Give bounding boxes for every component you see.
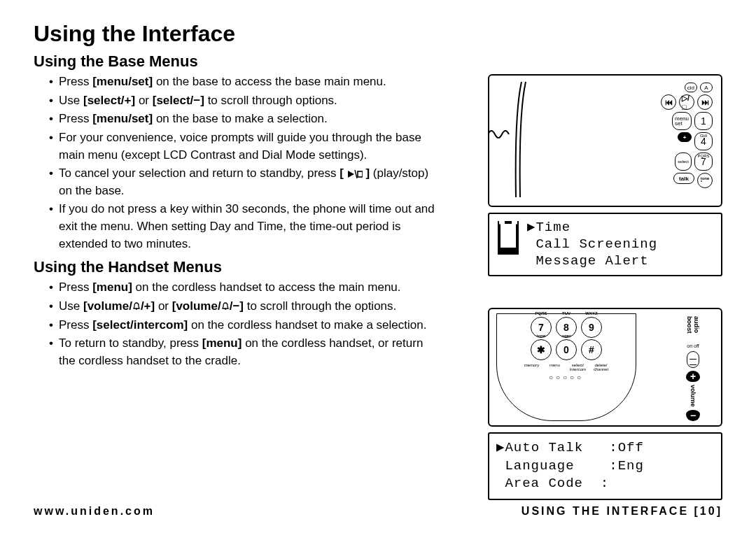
hash-key: # xyxy=(581,339,602,360)
cid-key: cid xyxy=(685,83,697,92)
list-item: To return to standby, press [menu] on th… xyxy=(49,335,436,369)
bell-icon xyxy=(132,299,141,313)
list-item: Press [menu/set] on the base to access t… xyxy=(49,73,436,91)
audio-boost-label: audio boost xyxy=(686,316,700,341)
volume-label: volume xyxy=(690,385,696,407)
list-item: If you do not press a key within 30 seco… xyxy=(49,201,436,253)
handset-lcd: ▶Auto Talk :Off Language :Eng Area Code … xyxy=(488,432,722,500)
four-key: GHI4 xyxy=(694,132,713,150)
footer-section: USING THE INTERFACE [10] xyxy=(522,505,722,518)
list-item: For your convenience, voice prompts will… xyxy=(49,129,436,164)
svg-line-1 xyxy=(355,170,357,178)
list-item: Press [menu] on the cordless handset to … xyxy=(49,279,436,297)
list-item: To cancel your selection and return to s… xyxy=(49,165,436,199)
play-stop-icon xyxy=(347,166,363,180)
tone-key: tone * xyxy=(697,173,713,188)
svg-marker-0 xyxy=(348,171,354,178)
label-memory: memory xyxy=(522,363,542,371)
handset-menu-list: Press [menu] on the cordless handset to … xyxy=(34,279,436,369)
base-lcd: ▶Time Call Screening Message Alert xyxy=(488,213,722,276)
zero-key: oper0 xyxy=(556,339,577,360)
label-menu: menu xyxy=(545,363,566,371)
svg-point-4 xyxy=(225,308,226,310)
base-illustration: cidA ⏮▷/□⏭ menu set1 +GHI4 selectPQRS7 t… xyxy=(488,74,722,276)
talk-key: talk xyxy=(673,173,694,184)
list-item: Use [volume//+] or [volume//−] to scroll… xyxy=(49,298,436,315)
star-key: tone✱ xyxy=(531,339,552,360)
page-title: Using the Interface xyxy=(34,21,436,47)
list-item: Press [menu/set] on the base to make a s… xyxy=(49,111,436,128)
section-handset-heading: Using the Handset Menus xyxy=(34,258,436,276)
nine-key: WXYZ9 xyxy=(581,317,602,338)
label-select-intercom: select/ intercom xyxy=(568,363,589,371)
svg-rect-2 xyxy=(358,171,363,177)
section-base-heading: Using the Base Menus xyxy=(34,52,436,71)
footer-url: www.uniden.com xyxy=(34,505,155,518)
soft-key-dots: ○○○○○ xyxy=(549,374,584,381)
list-item: Use [select/+] or [select/−] to scroll t… xyxy=(49,92,436,110)
svg-point-3 xyxy=(136,308,137,310)
forward-key: ⏭ xyxy=(697,94,713,110)
volume-down-icon: − xyxy=(686,410,700,421)
lcd-digit xyxy=(496,220,520,269)
handset-keypad: PQRS7 TUV8 WXYZ9 tone✱ oper0 # memory me… xyxy=(496,313,636,421)
a-key: A xyxy=(700,83,713,92)
svg-rect-6 xyxy=(499,248,517,253)
select-key: select xyxy=(675,152,692,171)
on-off-label: on off xyxy=(687,343,699,348)
bell-icon xyxy=(221,299,230,313)
label-delete-channel: delete/ channel xyxy=(591,363,612,371)
lcd-line: Language :Eng xyxy=(496,457,714,476)
lcd-line: ▶Auto Talk :Off xyxy=(496,439,714,457)
lcd-line: ▶Time xyxy=(527,220,714,236)
lcd-line: Call Screening xyxy=(527,236,714,253)
cord-icon xyxy=(488,126,514,145)
lcd-line: Message Alert xyxy=(527,253,714,270)
base-menu-list: Press [menu/set] on the base to access t… xyxy=(34,73,436,253)
one-key: 1 xyxy=(694,112,713,130)
seven-key: PQRS7 xyxy=(694,152,713,171)
lcd-line: Area Code : xyxy=(496,475,714,493)
menuset-key: menu set xyxy=(672,112,692,130)
plus-key: + xyxy=(678,132,692,142)
boost-switch-icon xyxy=(687,351,699,368)
rewind-key: ⏮ xyxy=(661,94,676,110)
play-key: ▷/□ xyxy=(679,94,694,110)
side-controls: audio boost on off + volume − xyxy=(672,313,714,421)
volume-up-icon: + xyxy=(686,371,700,382)
base-keypad: cidA ⏮▷/□⏭ menu set1 +GHI4 selectPQRS7 t… xyxy=(650,83,713,190)
handset-illustration: PQRS7 TUV8 WXYZ9 tone✱ oper0 # memory me… xyxy=(488,308,722,500)
list-item: Press [select/intercom] on the cordless … xyxy=(49,317,436,334)
